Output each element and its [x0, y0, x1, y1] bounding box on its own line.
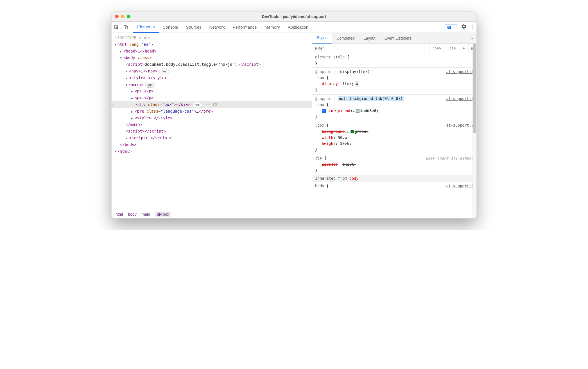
cls-toggle[interactable]: .cls	[444, 44, 459, 53]
breadcrumb: html body main div.box	[112, 210, 312, 218]
tab-styles[interactable]: Styles	[312, 33, 332, 44]
grid-badge[interactable]: grid	[145, 82, 155, 88]
issues-badge[interactable]: 1	[445, 24, 457, 30]
minimize-icon[interactable]	[121, 15, 125, 18]
tab-console[interactable]: Console	[159, 22, 182, 33]
styles-filter-input[interactable]	[312, 46, 429, 51]
node-body[interactable]: ▼<body class>	[112, 54, 312, 61]
node-main[interactable]: ▼<main>grid	[112, 81, 312, 88]
expand-icon[interactable]: ▶	[347, 131, 349, 133]
styles-panel: Styles Computed Layout Event Listeners »…	[312, 33, 476, 218]
devtools-window: DevTools - jec.fyi/demo/at-support Eleme…	[111, 11, 477, 218]
traffic-lights	[115, 15, 130, 18]
expand-icon[interactable]: ▶	[353, 110, 354, 113]
issues-count: 1	[453, 25, 455, 29]
flex-badge[interactable]: flex	[192, 102, 202, 108]
close-icon[interactable]	[115, 15, 119, 18]
elements-panel: <!DOCTYPE html> <html lang="en"> ▶<head>…	[112, 33, 312, 218]
node-body-close[interactable]: </body>	[112, 142, 312, 148]
node-pre[interactable]: ▶<pre class="language-css">…</pre>	[112, 108, 312, 115]
source-link[interactable]: at-support:1	[446, 96, 474, 102]
flexbox-editor-icon[interactable]: ▦	[355, 81, 359, 87]
flex-badge[interactable]: flex	[159, 69, 169, 74]
node-style[interactable]: ▶<style>…</style>	[112, 115, 312, 122]
settings-icon[interactable]	[460, 24, 468, 30]
source-link[interactable]: at-support:1	[446, 122, 474, 129]
main-toolbar: Elements Console Sources Network Perform…	[112, 22, 476, 33]
tabs-overflow-icon[interactable]: »	[312, 22, 322, 33]
user-agent-label: user agent stylesheet	[426, 155, 474, 161]
tab-performance[interactable]: Performance	[229, 22, 261, 33]
inspect-icon[interactable]	[112, 22, 121, 33]
node-script[interactable]: ▶<script>…</script>	[112, 135, 312, 142]
tab-sources[interactable]: Sources	[182, 22, 205, 33]
scrollbar[interactable]	[472, 44, 476, 218]
crumb-html[interactable]: html	[116, 212, 123, 217]
node-head[interactable]: ▶<head>…</head>	[112, 48, 312, 55]
node-div-box-selected[interactable]: <div class="box"></div>flex== $0	[112, 101, 312, 108]
crumb-main[interactable]: main	[142, 212, 150, 217]
node-main-close[interactable]: </main>	[112, 121, 312, 128]
styles-body[interactable]: element.style { } at-support:1 @supports…	[312, 53, 476, 218]
color-swatch-icon[interactable]	[350, 130, 354, 133]
window-title: DevTools - jec.fyi/demo/at-support	[115, 14, 473, 19]
node-p[interactable]: ▶<p>…</p>	[112, 95, 312, 101]
tab-memory[interactable]: Memory	[261, 22, 284, 33]
zoom-icon[interactable]	[127, 15, 130, 18]
node-script-empty[interactable]: <script></script>	[112, 128, 312, 135]
titlebar: DevTools - jec.fyi/demo/at-support	[112, 12, 476, 22]
node-p[interactable]: ▶<p>…</p>	[112, 88, 312, 95]
node-style[interactable]: ▶<style>…</style>	[112, 75, 312, 81]
tab-computed[interactable]: Computed	[332, 33, 359, 44]
node-nav[interactable]: ▶<nav>…</nav>flex	[112, 68, 312, 75]
tab-event-listeners[interactable]: Event Listeners	[380, 33, 416, 44]
inherited-header: Inherited from body	[312, 175, 476, 182]
property-checkbox[interactable]	[322, 109, 326, 113]
source-link[interactable]: at-support:1	[446, 69, 474, 75]
source-link[interactable]: at-support:1	[446, 183, 474, 189]
tab-layout[interactable]: Layout	[359, 33, 380, 44]
main-content: <!DOCTYPE html> <html lang="en"> ▶<head>…	[112, 33, 476, 218]
toolbar-divider	[132, 24, 132, 31]
tab-elements[interactable]: Elements	[133, 22, 159, 33]
node-script-inline[interactable]: <script>document.body.classList.toggle("…	[112, 61, 312, 68]
node-html[interactable]: <html lang="en">	[112, 41, 312, 48]
svg-rect-2	[126, 26, 128, 29]
color-swatch-icon[interactable]	[356, 109, 359, 113]
rule-supports-not-lab[interactable]: at-support:1 @supports not (background:l…	[312, 95, 476, 121]
styles-tabs: Styles Computed Layout Event Listeners »	[312, 33, 476, 44]
device-toggle-icon[interactable]	[121, 22, 131, 33]
rule-box[interactable]: at-support:1 .box { background:▶green; w…	[312, 121, 476, 154]
crumb-body[interactable]: body	[128, 212, 136, 217]
new-rule-icon[interactable]: ＋	[459, 44, 468, 53]
more-icon[interactable]: ⋮	[468, 24, 476, 30]
rule-body[interactable]: at-support:1 body {	[312, 182, 476, 190]
dom-tree[interactable]: <!DOCTYPE html> <html lang="en"> ▶<head>…	[112, 33, 312, 210]
styles-filter-row: :hov .cls ＋ ▣	[312, 44, 476, 53]
hov-toggle[interactable]: :hov	[429, 44, 444, 53]
styles-tabs-overflow-icon[interactable]: »	[467, 36, 476, 40]
console-ref-hint: == $0	[205, 102, 217, 107]
scrollbar-thumb[interactable]	[473, 44, 476, 133]
doctype: <!DOCTYPE html>	[115, 35, 150, 40]
tab-application[interactable]: Application	[284, 22, 312, 33]
rule-element-style[interactable]: element.style { }	[312, 53, 476, 68]
rule-supports-flex[interactable]: at-support:1 @supports (display:flex) .b…	[312, 68, 476, 95]
node-html-close[interactable]: </html>	[112, 148, 312, 155]
rule-div-ua[interactable]: user agent stylesheet div { display: blo…	[312, 154, 476, 175]
crumb-div-box[interactable]: div.box	[155, 211, 171, 217]
tab-network[interactable]: Network	[205, 22, 229, 33]
